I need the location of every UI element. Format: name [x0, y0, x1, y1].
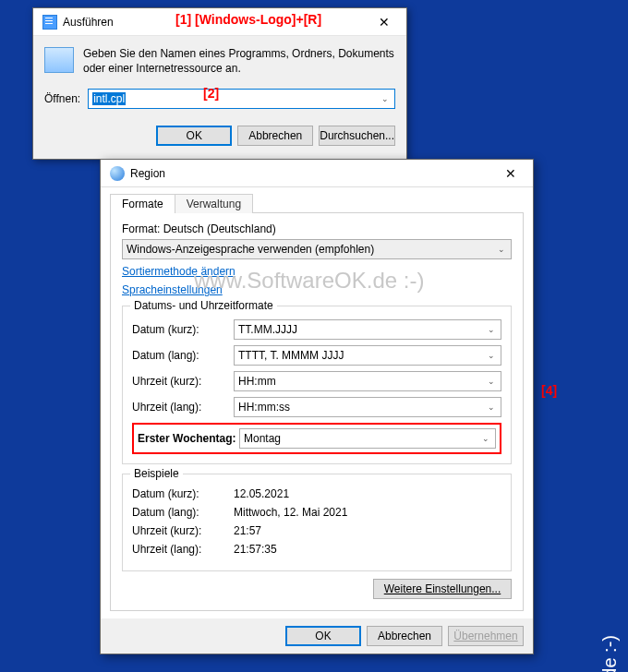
ex-date-short-label: Datum (kurz):	[132, 487, 234, 500]
format-select[interactable]: Windows-Anzeigesprache verwenden (empfoh…	[122, 239, 512, 259]
tab-formats[interactable]: Formate	[110, 194, 175, 213]
annotation-2: [2]	[203, 86, 219, 101]
ok-button[interactable]: OK	[285, 626, 361, 646]
ok-button[interactable]: OK	[156, 126, 232, 146]
annotation-4: [4]	[541, 383, 557, 398]
run-dialog: Ausführen ✕ Geben Sie den Namen eines Pr…	[32, 7, 407, 160]
date-short-select[interactable]: TT.MM.JJJJ⌄	[234, 319, 501, 340]
time-long-select[interactable]: HH:mm:ss⌄	[234, 397, 501, 417]
tab-content: Format: Deutsch (Deutschland) Windows-An…	[110, 212, 524, 611]
ex-date-long-val: Mittwoch, 12. Mai 2021	[234, 506, 501, 519]
close-icon[interactable]: ✕	[366, 9, 403, 35]
browse-button[interactable]: Durchsuchen...	[319, 126, 395, 146]
chevron-down-icon: ⌄	[496, 245, 507, 254]
ex-time-short-label: Uhrzeit (kurz):	[132, 524, 234, 537]
ex-time-long-label: Uhrzeit (lang):	[132, 543, 234, 556]
chevron-down-icon[interactable]: ⌄	[380, 92, 391, 105]
time-short-label: Uhrzeit (kurz):	[132, 375, 234, 388]
ex-date-long-label: Datum (lang):	[132, 506, 234, 519]
tab-admin[interactable]: Verwaltung	[175, 194, 253, 213]
ex-time-short-val: 21:57	[234, 524, 501, 537]
run-app-icon	[44, 47, 74, 73]
cancel-button[interactable]: Abbrechen	[237, 126, 313, 146]
date-long-select[interactable]: TTTT, T. MMMM JJJJ⌄	[234, 345, 501, 366]
group-legend: Beispiele	[130, 467, 183, 480]
format-label: Format: Deutsch (Deutschland)	[122, 222, 512, 235]
close-icon[interactable]: ✕	[492, 161, 529, 186]
region-titlebar[interactable]: Region ✕	[101, 160, 533, 187]
ex-date-short-val: 12.05.2021	[234, 487, 501, 500]
region-dialog: Region ✕ Formate Verwaltung Format: Deut…	[100, 159, 534, 654]
chevron-down-icon: ⌄	[486, 377, 497, 386]
more-settings-button[interactable]: Weitere Einstellungen...	[373, 579, 512, 599]
chevron-down-icon: ⌄	[486, 402, 497, 412]
annotation-1: [1] [Windows-Logo]+[R]	[175, 12, 321, 27]
chevron-down-icon: ⌄	[486, 325, 497, 334]
globe-icon	[110, 166, 125, 181]
link-language-settings[interactable]: Spracheinstellungen	[122, 283, 512, 296]
chevron-down-icon: ⌄	[486, 351, 497, 360]
open-input-value: intl.cpl	[92, 92, 126, 105]
apply-button[interactable]: Übernehmen	[448, 626, 524, 646]
region-title: Region	[130, 167, 492, 180]
open-label: Öffnen:	[44, 92, 80, 105]
first-weekday-label: Erster Wochentag:	[138, 432, 239, 445]
chevron-down-icon: ⌄	[480, 434, 491, 443]
time-long-label: Uhrzeit (lang):	[132, 401, 234, 414]
run-description: Geben Sie den Namen eines Programms, Ord…	[83, 47, 395, 76]
first-weekday-highlight: Erster Wochentag: Montag⌄	[132, 423, 501, 454]
cancel-button[interactable]: Abbrechen	[367, 626, 442, 646]
ex-time-long-val: 21:57:35	[234, 543, 501, 556]
group-legend: Datums- und Uhrzeitformate	[130, 299, 277, 312]
vertical-watermark: www.SoftwareOK.de :-)	[599, 635, 621, 672]
examples-group: Beispiele Datum (kurz):12.05.2021 Datum …	[122, 474, 512, 571]
date-short-label: Datum (kurz):	[132, 323, 234, 336]
format-select-value: Windows-Anzeigesprache verwenden (empfoh…	[127, 243, 374, 256]
time-short-select[interactable]: HH:mm⌄	[234, 371, 501, 391]
run-icon	[42, 15, 57, 30]
link-sort-method[interactable]: Sortiermethode ändern	[122, 265, 512, 278]
open-input[interactable]: intl.cpl ⌄	[88, 89, 395, 109]
datetime-formats-group: Datums- und Uhrzeitformate Datum (kurz):…	[122, 306, 512, 464]
date-long-label: Datum (lang):	[132, 349, 234, 362]
first-weekday-select[interactable]: Montag⌄	[239, 428, 496, 449]
